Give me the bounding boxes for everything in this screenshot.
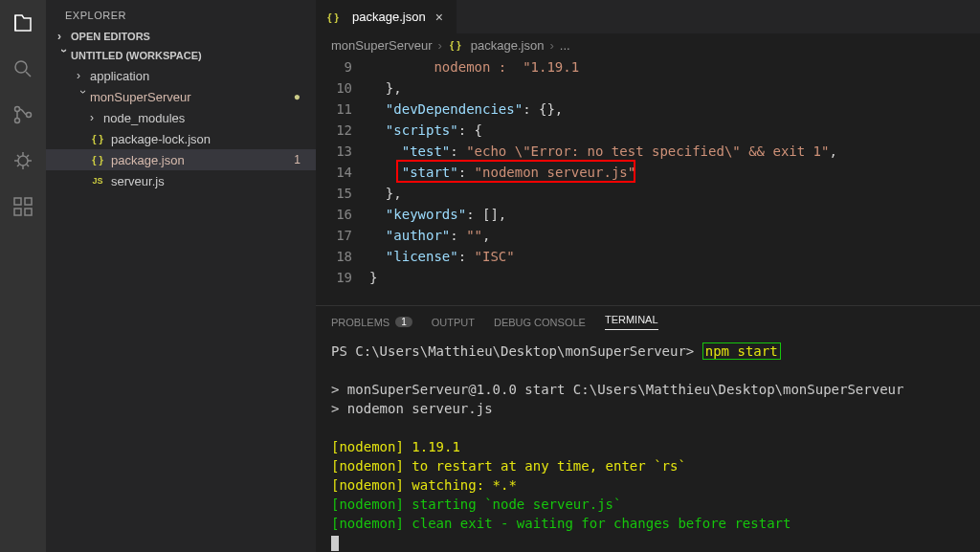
file-serveur-js[interactable]: JS serveur.js [46,170,316,191]
debug-icon[interactable] [10,147,36,174]
chevron-right-icon: › [90,111,103,124]
folder-application[interactable]: › application [46,65,316,86]
svg-rect-8 [25,209,32,215]
open-editors-section[interactable]: › OPEN EDITORS [46,27,316,46]
js-file-icon: JS [90,173,105,188]
panel-tabs: PROBLEMS 1 OUTPUT DEBUG CONSOLE TERMINAL [316,306,980,336]
close-icon[interactable]: × [432,10,447,25]
main-area: { } package.json × monSuperServeur › { }… [316,0,980,552]
chevron-down-icon: › [77,90,90,103]
json-file-icon: { } [90,131,105,146]
code-line: "test": "echo \"Error: no test specified… [369,141,980,162]
code-line: "start": "nodemon serveur.js" [369,162,980,183]
code-line: "keywords": [], [369,204,980,225]
extensions-icon[interactable] [10,193,36,220]
tab-terminal[interactable]: TERMINAL [605,314,658,330]
tab-debug-console[interactable]: DEBUG CONSOLE [494,314,586,330]
svg-point-2 [15,119,20,123]
tab-output[interactable]: OUTPUT [432,314,475,330]
explorer-icon[interactable] [10,10,36,36]
folder-monsuperserveur[interactable]: › monSuperServeur ● [46,86,316,107]
terminal-output[interactable]: PS C:\Users\Matthieu\Desktop\monSuperSer… [316,336,980,552]
chevron-right-icon: › [77,69,90,82]
tab-label: package.json [352,10,426,24]
modified-dot-icon: ● [294,90,306,103]
svg-rect-6 [25,198,32,205]
svg-point-3 [27,113,32,118]
json-file-icon: { } [90,152,105,167]
code-content: nodemon : "1.19.1 }, "devDependencies": … [369,56,980,305]
code-line: }, [369,77,980,99]
svg-point-0 [15,61,27,73]
code-line: "author": "", [369,225,980,246]
breadcrumb[interactable]: monSuperServeur › { } package.json › ... [316,33,980,56]
svg-rect-7 [14,209,21,215]
file-tree: › application › monSuperServeur ● › node… [46,65,316,191]
code-line: "license": "ISC" [369,246,980,267]
source-control-icon[interactable] [10,101,36,128]
chevron-down-icon: › [57,49,71,62]
file-package-json[interactable]: { } package.json 1 [46,149,316,170]
code-line: }, [369,183,980,204]
search-icon[interactable] [10,55,36,82]
svg-point-1 [15,107,20,112]
bottom-panel: PROBLEMS 1 OUTPUT DEBUG CONSOLE TERMINAL… [316,305,980,552]
sidebar-title: EXPLORER [46,0,316,27]
code-editor[interactable]: 910111213141516171819 nodemon : "1.19.1 … [316,56,980,305]
activity-bar [0,0,46,552]
json-file-icon: { } [325,10,341,25]
workspace-section[interactable]: › UNTITLED (WORKSPACE) [46,46,316,65]
code-line: nodemon : "1.19.1 [369,56,980,77]
sidebar: EXPLORER › OPEN EDITORS › UNTITLED (WORK… [46,0,316,552]
modified-count: 1 [294,153,306,166]
chevron-right-icon: › [549,38,553,53]
code-line: "scripts": { [369,120,980,141]
chevron-right-icon: › [57,30,71,43]
folder-node-modules[interactable]: › node_modules [46,107,316,128]
tab-bar: { } package.json × [316,0,980,33]
svg-rect-5 [14,198,21,205]
tab-problems[interactable]: PROBLEMS 1 [331,314,412,330]
file-package-lock[interactable]: { } package-lock.json [46,128,316,149]
code-line: } [369,267,980,288]
svg-point-4 [18,156,28,166]
line-number-gutter: 910111213141516171819 [316,56,369,305]
code-line: "devDependencies": {}, [369,99,980,120]
json-file-icon: { } [448,37,463,53]
chevron-right-icon: › [438,38,442,53]
problems-badge: 1 [395,317,412,327]
tab-package-json[interactable]: { } package.json × [316,0,457,33]
